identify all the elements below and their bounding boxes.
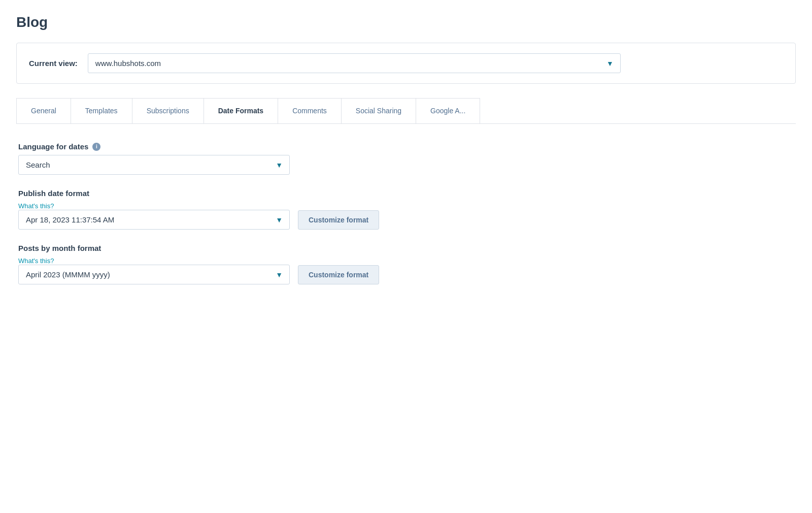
- current-view-dropdown[interactable]: www.hubshots.com ▼: [88, 53, 621, 73]
- publish-date-whats-this[interactable]: What's this?: [18, 202, 54, 210]
- language-select[interactable]: Search: [18, 155, 290, 175]
- current-view-label: Current view:: [29, 59, 78, 68]
- tab-social-sharing[interactable]: Social Sharing: [341, 98, 416, 123]
- posts-by-month-section: Posts by month format What's this? April…: [18, 244, 794, 284]
- tab-google[interactable]: Google A...: [416, 98, 480, 123]
- publish-date-select[interactable]: Apr 18, 2023 11:37:54 AM: [18, 210, 290, 230]
- current-view-bar: Current view: www.hubshots.com ▼: [16, 43, 796, 84]
- posts-by-month-select[interactable]: April 2023 (MMMM yyyy): [18, 265, 290, 284]
- tabs-container: General Templates Subscriptions Date For…: [16, 98, 796, 124]
- current-view-select[interactable]: www.hubshots.com: [88, 53, 621, 73]
- publish-date-customize-button[interactable]: Customize format: [298, 210, 379, 230]
- language-for-dates-label: Language for dates i: [18, 142, 794, 151]
- publish-date-dropdown[interactable]: Apr 18, 2023 11:37:54 AM ▼: [18, 210, 290, 230]
- language-for-dates-section: Language for dates i Search ▼: [18, 142, 794, 175]
- tab-general[interactable]: General: [16, 98, 71, 123]
- publish-date-format-label: Publish date format: [18, 189, 794, 198]
- publish-date-format-section: Publish date format What's this? Apr 18,…: [18, 189, 794, 230]
- tab-comments[interactable]: Comments: [278, 98, 342, 123]
- posts-by-month-text: Posts by month format: [18, 244, 101, 252]
- language-for-dates-text: Language for dates: [18, 142, 88, 151]
- posts-by-month-whats-this[interactable]: What's this?: [18, 257, 54, 265]
- language-dropdown[interactable]: Search ▼: [18, 155, 290, 175]
- tab-templates[interactable]: Templates: [71, 98, 132, 123]
- publish-date-format-text: Publish date format: [18, 189, 89, 198]
- posts-by-month-customize-button[interactable]: Customize format: [298, 265, 379, 284]
- publish-date-row: Apr 18, 2023 11:37:54 AM ▼ Customize for…: [18, 210, 794, 230]
- posts-by-month-label: Posts by month format: [18, 244, 794, 252]
- posts-by-month-row: April 2023 (MMMM yyyy) ▼ Customize forma…: [18, 265, 794, 284]
- posts-by-month-dropdown[interactable]: April 2023 (MMMM yyyy) ▼: [18, 265, 290, 284]
- page-title: Blog: [16, 14, 796, 30]
- tab-subscriptions[interactable]: Subscriptions: [132, 98, 204, 123]
- content-area: Language for dates i Search ▼ Publish da…: [16, 142, 796, 284]
- info-icon: i: [92, 143, 100, 151]
- tab-date-formats[interactable]: Date Formats: [204, 98, 278, 124]
